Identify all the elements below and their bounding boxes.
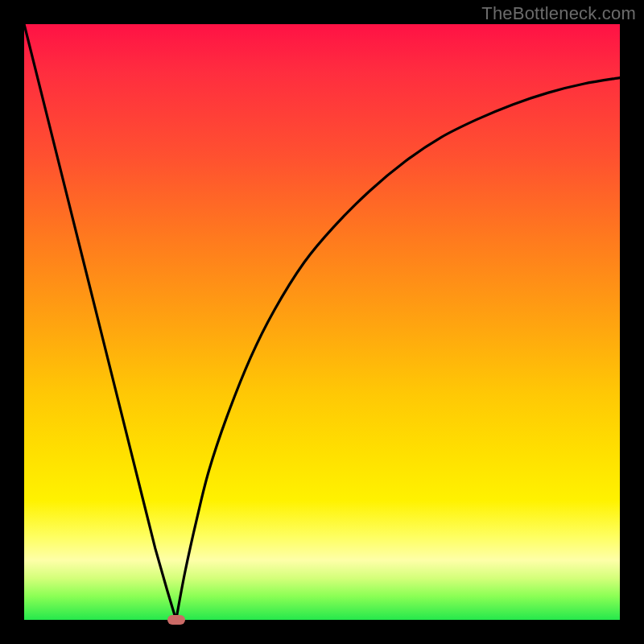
watermark-text: TheBottleneck.com	[481, 3, 636, 24]
plot-area	[24, 24, 620, 620]
bottleneck-curve	[24, 24, 620, 620]
chart-frame: TheBottleneck.com	[0, 0, 644, 644]
optimal-point-marker	[167, 615, 185, 625]
